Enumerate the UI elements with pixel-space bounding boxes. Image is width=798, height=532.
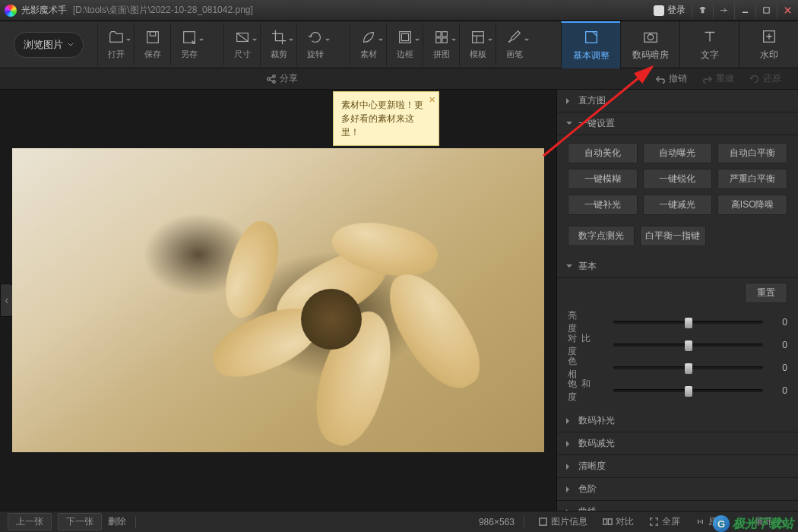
slider-track[interactable] [613, 389, 763, 392]
info-label: 图片信息 [551, 515, 587, 528]
share-button[interactable]: 分享 [258, 72, 306, 85]
share-icon [266, 74, 277, 84]
svg-rect-3 [183, 32, 195, 43]
title-bar: 光影魔术手 [D:\tools\桌面\图片\2022-10-28_081042.… [0, 0, 798, 21]
tool-rotate-label: 旋转 [307, 49, 324, 60]
tool-brush[interactable]: 画笔 [496, 24, 532, 66]
panel-histogram[interactable]: 直方图 [557, 90, 798, 112]
oneclick-btn-2[interactable]: 自动白平衡 [717, 143, 787, 163]
tool-frame[interactable]: 边框 [386, 24, 423, 66]
tool-save[interactable]: 保存 [134, 24, 170, 66]
panel-oneclick[interactable]: 一键设置 [557, 112, 798, 135]
delete-button[interactable]: 删除 [108, 515, 126, 528]
mode-basic-label: 基本调整 [573, 49, 610, 62]
slider-label: 色 相 [568, 355, 607, 381]
prev-label: 上一张 [16, 516, 43, 527]
app-icon [5, 5, 17, 17]
reset-button[interactable]: 重置 [745, 283, 787, 303]
slider-track[interactable] [613, 321, 763, 324]
maximize-button[interactable] [755, 2, 777, 19]
bottom-bar: 上一张 下一张 删除 986×563 图片信息 对比 全屏 原大 展开 [0, 511, 798, 532]
redo-label: 重做 [716, 72, 734, 85]
mode-text[interactable]: 文字 [679, 21, 739, 68]
tool-save-label: 保存 [144, 49, 161, 60]
watermark-icon [760, 28, 778, 45]
tool-size[interactable]: 尺寸 [223, 24, 260, 66]
tool-open[interactable]: 打开 [97, 24, 134, 66]
extra-btn-1[interactable]: 白平衡一指键 [640, 226, 707, 246]
user-icon [654, 5, 664, 16]
image-info-button[interactable]: 图片信息 [534, 515, 592, 528]
restore-button[interactable]: 还原 [742, 72, 789, 85]
panel-curve[interactable]: 曲线 [557, 501, 798, 511]
folder-icon [108, 29, 125, 46]
panel-sharpness-label: 清晰度 [578, 460, 606, 473]
tool-puzzle[interactable]: 拼图 [423, 24, 459, 66]
slider-thumb[interactable] [685, 318, 692, 328]
svg-rect-20 [603, 519, 607, 524]
slider-thumb[interactable] [685, 386, 692, 397]
main-toolbar: 浏览图片 打开 保存 另存 尺寸 裁剪 旋转 素材 边框 拼图 模板 画笔 基本… [0, 21, 798, 68]
canvas-area[interactable]: ‹ [0, 90, 556, 511]
slider-track[interactable] [613, 344, 763, 347]
oneclick-btn-1[interactable]: 自动曝光 [643, 143, 713, 163]
minimize-button[interactable] [734, 2, 755, 19]
oneclick-btn-3[interactable]: 一键模糊 [568, 169, 638, 189]
oneclick-btn-7[interactable]: 一键减光 [643, 195, 713, 215]
tool-template-label: 模板 [470, 49, 486, 60]
oneclick-btn-0[interactable]: 自动美化 [568, 143, 638, 163]
panel-sharpness[interactable]: 清晰度 [557, 455, 798, 478]
close-button[interactable] [777, 2, 798, 19]
oneclick-btn-4[interactable]: 一键锐化 [643, 169, 713, 189]
next-button[interactable]: 下一张 [58, 513, 102, 530]
fullscreen-button[interactable]: 全屏 [644, 515, 685, 528]
panel-levels[interactable]: 色阶 [557, 478, 798, 501]
tool-saveas[interactable]: 另存 [170, 24, 207, 66]
slider-value: 0 [769, 317, 787, 328]
resize-icon [234, 29, 251, 46]
tool-rotate[interactable]: 旋转 [296, 24, 333, 66]
panel-digitalfill[interactable]: 数码补光 [557, 410, 798, 432]
slider-row-0: 亮 度0 [568, 311, 787, 334]
slider-label: 亮 度 [568, 309, 607, 335]
slider-thumb[interactable] [685, 363, 692, 374]
mode-watermark-label: 水印 [760, 49, 778, 62]
reset-label: 重置 [757, 287, 775, 299]
slider-row-3: 饱和度0 [568, 379, 787, 402]
redo-button[interactable]: 重做 [695, 72, 742, 85]
tool-material[interactable]: 素材 [350, 24, 386, 66]
oneclick-btn-6[interactable]: 一键补光 [568, 195, 638, 215]
compare-button[interactable]: 对比 [598, 515, 638, 528]
tooltip-close-icon[interactable]: ✕ [429, 93, 435, 106]
tooltip-text: 素材中心更新啦！更多好看的素材来这里！ [341, 100, 423, 138]
browse-label: 浏览图片 [24, 38, 63, 52]
panel-basic[interactable]: 基本 [557, 255, 798, 278]
skin-button[interactable] [692, 2, 713, 19]
slider-track[interactable] [613, 366, 763, 369]
svg-rect-11 [472, 32, 483, 43]
tool-template[interactable]: 模板 [459, 24, 496, 66]
prev-button[interactable]: 上一张 [8, 513, 52, 530]
mode-basic-adjust[interactable]: 基本调整 [561, 21, 620, 68]
browse-images-button[interactable]: 浏览图片 [14, 32, 84, 58]
file-path: [D:\tools\桌面\图片\2022-10-28_081042.png] [73, 4, 253, 17]
oneclick-btn-5[interactable]: 严重白平衡 [717, 169, 787, 189]
extra-btn-0[interactable]: 数字点测光 [568, 226, 635, 246]
settings-button[interactable] [713, 2, 734, 19]
collage-icon [433, 29, 450, 46]
panel-digitaldim[interactable]: 数码减光 [557, 432, 798, 455]
login-button[interactable]: 登录 [648, 2, 692, 18]
info-icon [538, 517, 548, 527]
slider-thumb[interactable] [685, 340, 692, 351]
undo-button[interactable]: 撤销 [648, 72, 695, 85]
slider-row-1: 对比度0 [568, 334, 787, 356]
share-label: 分享 [280, 72, 298, 85]
undo-label: 撤销 [669, 72, 687, 85]
crop-icon [271, 29, 287, 46]
mode-darkroom[interactable]: 数码暗房 [620, 21, 679, 68]
panel-basic-label: 基本 [578, 260, 597, 273]
oneclick-btn-8[interactable]: 高ISO降噪 [717, 195, 787, 215]
tool-crop[interactable]: 裁剪 [260, 24, 296, 66]
mode-watermark[interactable]: 水印 [739, 21, 798, 68]
app-title: 光影魔术手 [21, 4, 67, 17]
